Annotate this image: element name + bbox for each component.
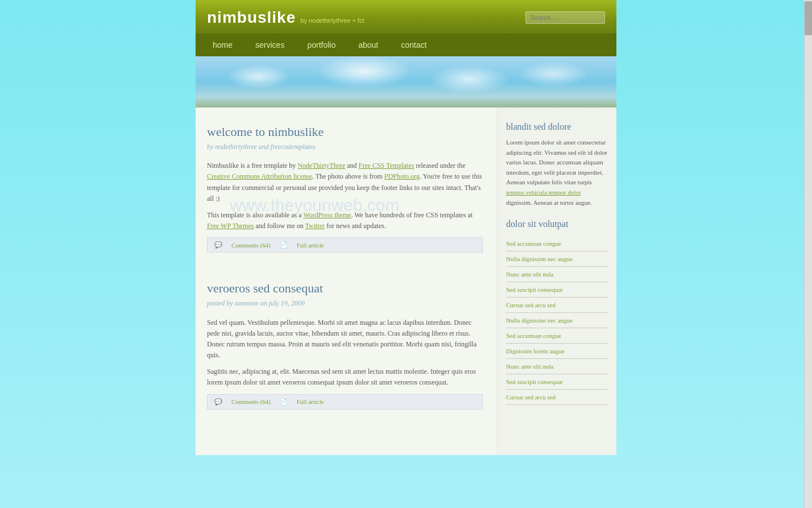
list-item: Dignissim lorem augue — [506, 344, 608, 359]
nav-link-services[interactable]: services — [244, 34, 296, 56]
list-item: Cursus sed arcu sed — [506, 298, 608, 313]
article-1-p2: This template is also available as a Wor… — [207, 210, 483, 232]
site-title: nimbuslike by nodethirtythree + fct — [207, 9, 364, 27]
article-2-comments-link[interactable]: Comments (64) — [231, 398, 271, 405]
comment-icon: 💬 — [214, 241, 222, 249]
nav-link-home[interactable]: home — [201, 34, 244, 56]
article-1-full-article-link[interactable]: Full article — [297, 242, 324, 249]
site-name: nimbuslike — [207, 9, 296, 27]
footer-separator: 📄 — [280, 241, 288, 249]
sidebar-list-link[interactable]: Sed accumsan congue — [506, 240, 561, 247]
sidebar-list-link[interactable]: Nunc ante elit nula — [506, 363, 553, 370]
article-2: veroeros sed consequat posted by someone… — [207, 281, 483, 420]
search-input[interactable] — [525, 11, 605, 24]
list-item: Nunc ante elit nula — [506, 267, 608, 282]
sidebar-list-link[interactable]: Nulla dignissim nec augue — [506, 317, 573, 324]
site-header: nimbuslike by nodethirtythree + fct — [196, 0, 616, 34]
link-cc-license[interactable]: Creative Commons Attribution license — [207, 172, 312, 180]
link-twitter[interactable]: Twitter — [305, 222, 325, 230]
sidebar-list-link[interactable]: Dignissim lorem augue — [506, 348, 565, 354]
list-item: Cursus sed arcu sed — [506, 390, 608, 405]
article-1-comments-link[interactable]: Comments (64) — [231, 242, 271, 249]
footer-separator-2: 📄 — [280, 398, 288, 406]
hero-banner — [196, 56, 616, 108]
sidebar-list-link[interactable]: Sed suscipit consequat — [506, 378, 563, 385]
main-content: welcome to nimbuslike by nodethirtythree… — [196, 108, 497, 455]
sidebar-list-link[interactable]: Nulla dignissim nec augue — [506, 255, 573, 262]
article-1-p1: Nimbuslike is a free template by NodeThi… — [207, 160, 483, 204]
scrollbar[interactable] — [804, 0, 812, 508]
nav-item-about[interactable]: about — [347, 34, 390, 56]
sidebar-widget2-title: dolor sit volutpat — [506, 219, 608, 229]
article-1-title: welcome to nimbuslike — [207, 125, 483, 139]
sidebar-list-link[interactable]: Sed suscipit consequat — [506, 286, 563, 293]
sidebar-widget1-title: blandit sed dolore — [506, 122, 608, 132]
sidebar-list-link[interactable]: Cursus sed arcu sed — [506, 394, 556, 400]
article-2-byline: posted by someone on july 19, 2009 — [207, 298, 483, 309]
nav-item-services[interactable]: services — [244, 34, 296, 56]
link-pdphoto[interactable]: PDPhoto.org — [384, 172, 420, 180]
content-area: www.theyounweb.com welcome to nimbuslike… — [196, 108, 616, 455]
list-item: Nulla dignissim nec augue — [506, 251, 608, 267]
sidebar-widget1-text: Lorem ipsum dolor sit amet consectetur a… — [506, 138, 608, 208]
sidebar-widget1-link[interactable]: tempus vehicula tempor dolor — [506, 189, 581, 196]
article-2-p2: Sagittis nec, adipiscing at, elit. Maece… — [207, 366, 483, 388]
article-1: welcome to nimbuslike by nodethirtythree… — [207, 125, 483, 264]
scrollbar-thumb[interactable] — [805, 1, 812, 35]
article-1-footer: 💬 Comments (64) 📄 Full article — [207, 237, 483, 253]
article-2-title: veroeros sed consequat — [207, 281, 483, 296]
list-item: Nunc ante elit nula — [506, 359, 608, 374]
list-item: Sed accumsan congue — [506, 328, 608, 344]
sidebar: blandit sed dolore Lorem ipsum dolor sit… — [497, 108, 616, 455]
sidebar-link-list: Sed accumsan congueNulla dignissim nec a… — [506, 236, 608, 405]
nav-item-home[interactable]: home — [201, 34, 244, 56]
article-2-full-article-link[interactable]: Full article — [297, 398, 324, 405]
list-item: Sed suscipit consequat — [506, 374, 608, 390]
nav-link-about[interactable]: about — [347, 34, 390, 56]
nav-item-contact[interactable]: contact — [390, 34, 438, 56]
sidebar-list-link[interactable]: Sed accumsan congue — [506, 332, 561, 339]
list-item: Sed suscipit consequat — [506, 282, 608, 298]
article-1-byline: by nodethirtythree and freecsstemplates — [207, 142, 483, 152]
article-2-footer: 💬 Comments (64) 📄 Full article — [207, 394, 483, 410]
link-nodethirtythree[interactable]: NodeThirtyThree — [297, 162, 345, 170]
article-2-p1: Sed vel quam. Vestibulum pellentesque. M… — [207, 317, 483, 361]
sidebar-list-link[interactable]: Nunc ante elit nula — [506, 271, 553, 278]
main-nav: home services portfolio about contact — [196, 34, 616, 56]
banner-clouds — [196, 56, 616, 108]
site-tagline: by nodethirtythree + fct — [300, 17, 364, 24]
link-freecss[interactable]: Free CSS Templates — [359, 162, 415, 170]
list-item: Sed accumsan congue — [506, 236, 608, 251]
sidebar-list-link[interactable]: Cursus sed arcu sed — [506, 302, 556, 308]
list-item: Nulla dignissim nec augue — [506, 313, 608, 328]
nav-item-portfolio[interactable]: portfolio — [296, 34, 347, 56]
link-wp-theme[interactable]: WordPress theme — [303, 211, 351, 219]
nav-link-contact[interactable]: contact — [390, 34, 438, 56]
link-free-wp-themes[interactable]: Free WP Themes — [207, 222, 254, 230]
comment-icon-2: 💬 — [214, 398, 222, 406]
nav-link-portfolio[interactable]: portfolio — [296, 34, 347, 56]
